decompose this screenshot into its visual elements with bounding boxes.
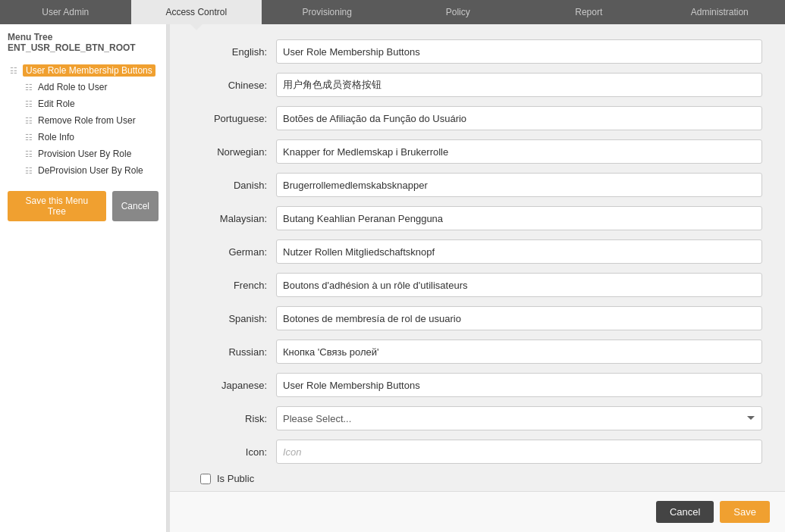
tree-child-icon: ☷ — [23, 114, 35, 127]
tree-child-label: Remove Role from User — [38, 115, 136, 126]
tree-children: ☷Add Role to User☷Edit Role☷Remove Role … — [23, 79, 159, 179]
lang-field-row: Japanese: — [193, 373, 762, 397]
tree-child-icon: ☷ — [23, 131, 35, 143]
risk-row: Risk: Please Select... — [193, 406, 762, 430]
lang-input[interactable] — [276, 139, 762, 164]
tree-child-icon: ☷ — [23, 81, 35, 93]
sidebar: Menu Tree ENT_USR_ROLE_BTN_ROOT ☷ User R… — [0, 24, 167, 532]
lang-field-row: French: — [193, 273, 762, 297]
nav-item-report[interactable]: Report — [523, 0, 655, 24]
tree-child-icon: ☷ — [23, 148, 35, 160]
form-area: English: Chinese: Portuguese: Norwegian:… — [170, 24, 785, 491]
right-panel: English: Chinese: Portuguese: Norwegian:… — [170, 24, 785, 532]
lang-input[interactable] — [276, 340, 762, 364]
tree-child-label: DeProvision User By Role — [38, 165, 143, 176]
icon-row: Icon: — [193, 440, 762, 464]
lang-input[interactable] — [276, 306, 762, 330]
tree-child-item[interactable]: ☷Add Role to User — [23, 79, 159, 95]
lang-label: Danish: — [193, 180, 276, 191]
lang-field-row: Russian: — [193, 340, 762, 364]
lang-field-row: Danish: — [193, 173, 762, 197]
tree-root-item[interactable]: ☷ User Role Membership Buttons — [8, 62, 159, 79]
lang-input[interactable] — [276, 373, 762, 397]
lang-label: Chinese: — [193, 80, 276, 91]
icon-input[interactable] — [276, 440, 762, 464]
nav-item-administration[interactable]: Administration — [655, 0, 786, 24]
lang-field-row: Malaysian: — [193, 206, 762, 230]
bottom-bar: Cancel Save — [170, 491, 785, 532]
tree-child-label: Edit Role — [38, 99, 75, 109]
tree-root-label: User Role Membership Buttons — [23, 64, 155, 77]
lang-label: Russian: — [193, 346, 276, 358]
nav-item-provisioning[interactable]: Provisioning — [262, 0, 393, 24]
lang-field-row: Spanish: — [193, 306, 762, 330]
bottom-cancel-button[interactable]: Cancel — [656, 501, 714, 523]
lang-field-row: Portuguese: — [193, 106, 762, 130]
bottom-save-button[interactable]: Save — [720, 501, 770, 523]
lang-label: Portuguese: — [193, 113, 276, 124]
lang-field-row: Chinese: — [193, 73, 762, 97]
risk-select[interactable]: Please Select... — [276, 406, 762, 430]
lang-input[interactable] — [276, 106, 762, 130]
sidebar-title: Menu Tree ENT_USR_ROLE_BTN_ROOT — [8, 32, 159, 53]
lang-label: Norwegian: — [193, 146, 276, 158]
tree-child-icon: ☷ — [23, 164, 35, 177]
tree-child-item[interactable]: ☷Remove Role from User — [23, 112, 159, 129]
lang-label: Malaysian: — [193, 213, 276, 224]
lang-field-row: German: — [193, 239, 762, 264]
is-public-checkbox[interactable] — [200, 474, 211, 484]
lang-label: French: — [193, 280, 276, 291]
lang-label: English: — [193, 46, 276, 58]
tree-child-item[interactable]: ☷Edit Role — [23, 95, 159, 112]
sidebar-cancel-button[interactable]: Cancel — [112, 191, 159, 221]
sidebar-btn-row: Save this Menu Tree Cancel — [8, 191, 159, 221]
is-public-label: Is Public — [217, 473, 254, 484]
lang-input[interactable] — [276, 173, 762, 197]
nav-item-policy[interactable]: Policy — [393, 0, 524, 24]
tree-child-label: Add Role to User — [38, 82, 107, 92]
lang-input[interactable] — [276, 273, 762, 297]
lang-input[interactable] — [276, 206, 762, 230]
save-menu-tree-button[interactable]: Save this Menu Tree — [8, 191, 106, 221]
tree-child-item[interactable]: ☷Role Info — [23, 129, 159, 146]
lang-label: Japanese: — [193, 380, 276, 391]
is-public-row: Is Public — [193, 473, 762, 484]
lang-input[interactable] — [276, 239, 762, 264]
tree-root-icon: ☷ — [8, 64, 20, 77]
lang-input[interactable] — [276, 39, 762, 64]
nav-item-access-control[interactable]: Access Control — [131, 0, 262, 24]
lang-field-row: English: — [193, 39, 762, 64]
tree-child-label: Provision User By Role — [38, 149, 131, 159]
top-nav: User AdminAccess ControlProvisioningPoli… — [0, 0, 785, 24]
lang-label: German: — [193, 246, 276, 258]
icon-label: Icon: — [193, 446, 276, 458]
tree-child-item[interactable]: ☷DeProvision User By Role — [23, 162, 159, 179]
nav-item-user-admin[interactable]: User Admin — [0, 0, 131, 24]
risk-label: Risk: — [193, 413, 276, 424]
lang-field-row: Norwegian: — [193, 139, 762, 164]
tree-child-icon: ☷ — [23, 98, 35, 110]
tree-child-item[interactable]: ☷Provision User By Role — [23, 146, 159, 162]
lang-label: Spanish: — [193, 313, 276, 324]
lang-input[interactable] — [276, 73, 762, 97]
tree-child-label: Role Info — [38, 132, 74, 142]
